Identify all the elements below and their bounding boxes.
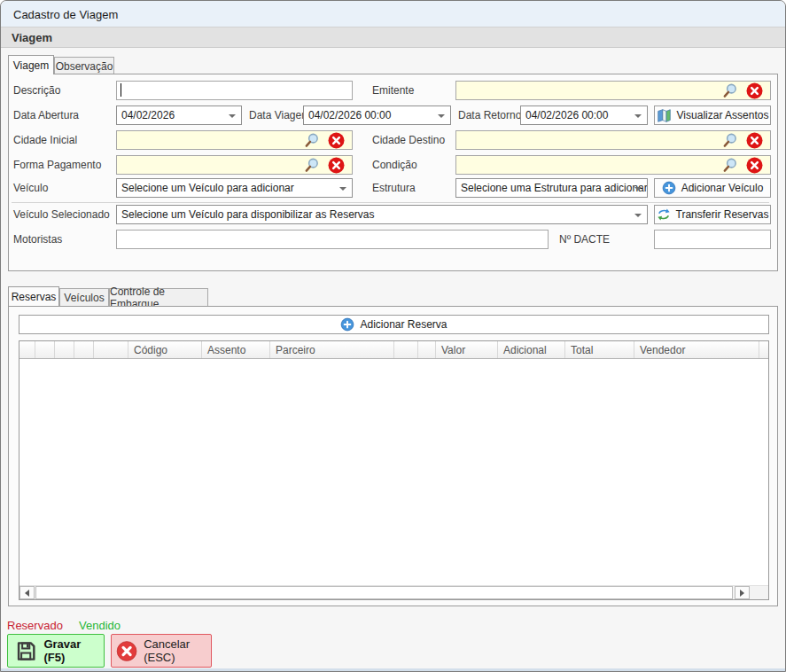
column-header-empty[interactable] [94,341,128,358]
column-header-assento[interactable]: Assento [202,341,270,358]
search-icon[interactable] [721,132,738,149]
search-icon[interactable] [721,157,738,174]
data-abertura-label: Data Abertura [13,109,79,121]
column-header-empty[interactable] [55,341,74,358]
tab-reservas[interactable]: Reservas [8,286,59,306]
chevron-down-icon [339,187,346,191]
search-icon[interactable] [303,157,320,174]
veiculo-label: Veículo [13,182,48,194]
condicao-label: Condição [372,159,417,171]
emitente-label: Emitente [372,84,414,97]
column-header-empty[interactable] [759,341,768,358]
arrow-right-icon [740,590,744,597]
tab-viagem[interactable]: Viagem [8,55,54,74]
clear-icon[interactable] [328,157,345,174]
column-header-codigo[interactable]: Código [128,341,202,358]
chevron-down-icon [634,187,642,191]
data-retorno-value: 04/02/2026 00:00 [525,109,608,121]
tab-veiculos[interactable]: Veículos [59,288,109,306]
dacte-input[interactable] [654,230,771,249]
transfer-icon [657,207,671,222]
gravar-label: Gravar (F5) [43,637,104,664]
cancelar-button[interactable]: Cancelar (ESC) [111,634,212,668]
reservas-table-header: CódigoAssentoParceiroValorAdicionalTotal… [19,341,768,359]
visualizar-assentos-label: Visualizar Assentos [677,109,769,121]
window-bottom-edge [1,668,785,672]
adicionar-reserva-button[interactable]: Adicionar Reserva [19,315,769,334]
scrollbar-thumb[interactable] [35,586,733,599]
condicao-lookup[interactable] [455,155,771,175]
cidade-destino-label: Cidade Destino [372,134,445,146]
adicionar-veiculo-label: Adicionar Veículo [681,182,764,194]
search-icon[interactable] [721,82,738,99]
clear-icon[interactable] [746,132,763,149]
tab-controle-de-embarque[interactable]: Controle de Embarque [109,288,208,306]
section-header: Viagem [1,27,785,48]
search-icon[interactable] [303,132,320,149]
transferir-reservas-button[interactable]: Transferir Reservas [654,205,771,224]
window-title-bar[interactable]: Cadastro de Viagem [1,1,785,27]
column-header-empty[interactable] [394,341,418,358]
veiculo-selecionado-select[interactable]: Selecione um Veículo para disponibilizar… [116,205,648,224]
forma-pagamento-lookup[interactable] [116,155,353,175]
scroll-right-button[interactable] [735,586,750,599]
form-separator [12,202,769,203]
chevron-down-icon [229,114,236,118]
section-title: Viagem [12,31,52,44]
window-title: Cadastro de Viagem [13,8,118,21]
motoristas-input[interactable] [116,230,549,249]
transferir-reservas-label: Transferir Reservas [676,208,769,221]
column-header-valor[interactable]: Valor [436,341,498,358]
column-header-adicional[interactable]: Adicional [498,341,565,358]
veiculo-selecionado-label: Veículo Selecionado [13,208,110,221]
gravar-button[interactable]: Gravar (F5) [7,634,105,668]
dacte-label: Nº DACTE [559,233,610,246]
horizontal-scrollbar[interactable] [19,585,768,599]
save-icon [15,640,36,662]
arrow-left-icon [25,590,29,597]
data-viagem-select[interactable]: 04/02/2026 00:00 [303,105,451,125]
clear-icon[interactable] [328,132,345,149]
estrutura-label: Estrutura [372,182,416,194]
forma-pagamento-label: Forma Pagamento [13,159,101,171]
column-header-empty[interactable] [35,341,55,358]
adicionar-veiculo-button[interactable]: Adicionar Veículo [654,178,771,198]
clear-icon[interactable] [746,157,763,174]
data-viagem-label: Data Viagem [249,109,310,121]
text-caret [121,83,121,97]
motoristas-label: Motoristas [13,233,62,246]
data-abertura-select[interactable]: 04/02/2026 [116,105,242,125]
estrutura-select[interactable]: Selecione uma Estrutura para adicionar [455,178,648,198]
data-retorno-select[interactable]: 04/02/2026 00:00 [520,105,648,125]
emitente-lookup[interactable] [455,81,771,100]
column-header-parceiro[interactable]: Parceiro [270,341,394,358]
cidade-inicial-label: Cidade Inicial [13,134,77,146]
estrutura-value: Selecione uma Estrutura para adicionar [461,182,648,194]
cidade-destino-lookup[interactable] [455,130,771,150]
scroll-left-button[interactable] [19,586,35,599]
veiculo-selecionado-value: Selecione um Veículo para disponibilizar… [121,208,375,221]
tab-observacao[interactable]: Observação [54,57,114,74]
descricao-input[interactable] [116,81,353,100]
reservas-table-body [19,359,768,585]
column-header-empty[interactable] [19,341,35,358]
cidade-inicial-lookup[interactable] [116,130,353,150]
data-viagem-value: 04/02/2026 00:00 [308,109,391,121]
cancelar-label: Cancelar (ESC) [144,637,211,664]
veiculo-select[interactable]: Selecione um Veículo para adicionar [116,178,353,198]
chevron-down-icon [634,214,642,217]
adicionar-reserva-label: Adicionar Reserva [360,318,447,331]
reservas-table: CódigoAssentoParceiroValorAdicionalTotal… [19,340,769,600]
column-header-empty[interactable] [418,341,436,358]
chevron-down-icon [634,114,642,118]
clear-icon[interactable] [746,82,763,99]
column-header-vendedor[interactable]: Vendedor [634,341,759,358]
column-header-empty[interactable] [74,341,94,358]
cadastro-de-viagem-window: Cadastro de Viagem Viagem Viagem Observa… [0,0,786,672]
column-header-total[interactable]: Total [565,341,634,358]
chevron-down-icon [438,114,445,118]
visualizar-assentos-button[interactable]: Visualizar Assentos [654,105,771,125]
legend-reservado: Reservado [7,619,63,632]
data-abertura-value: 04/02/2026 [121,109,175,121]
data-retorno-label: Data Retorno [458,109,521,121]
